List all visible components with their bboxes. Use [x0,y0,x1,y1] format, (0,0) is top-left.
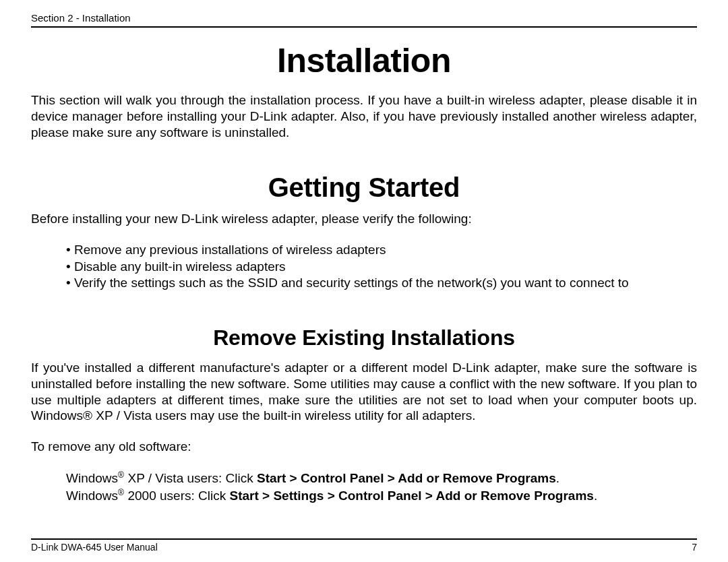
intro-paragraph: This section will walk you through the i… [31,92,697,140]
section-header-text: Section 2 - Installation [31,12,131,24]
bullet-item: • Verify the settings such as the SSID a… [66,275,697,292]
remove-prompt: To remove any old software: [31,439,697,455]
getting-started-intro: Before installing your new D-Link wirele… [31,211,697,227]
section-header: Section 2 - Installation [31,12,697,28]
footer-page-number: 7 [692,542,697,553]
instruction-mid: XP / Vista users: Click [124,471,257,485]
instruction-path: Start > Control Panel > Add or Remove Pr… [257,471,556,485]
registered-symbol: ® [118,488,124,497]
instruction-xp-vista: Windows® XP / Vista users: Click Start >… [66,470,697,487]
bullet-item: • Remove any previous installations of w… [66,242,697,259]
heading-getting-started: Getting Started [31,173,697,203]
heading-remove-existing: Remove Existing Installations [31,325,697,350]
page-footer: D-Link DWA-645 User Manual 7 [31,538,697,553]
instruction-win2000: Windows® 2000 users: Click Start > Setti… [66,487,697,505]
bullet-list: • Remove any previous installations of w… [66,242,697,292]
instruction-mid: 2000 users: Click [124,489,229,503]
remove-paragraph: If you've installed a different manufact… [31,360,697,424]
instruction-suffix: . [594,489,597,503]
instruction-suffix: . [556,471,559,485]
instruction-prefix: Windows [66,471,118,485]
bullet-item: • Disable any built-in wireless adapters [66,259,697,276]
footer-manual-label: D-Link DWA-645 User Manual [31,542,158,553]
instructions-block: Windows® XP / Vista users: Click Start >… [66,470,697,505]
registered-symbol: ® [118,470,124,480]
page-title-installation: Installation [31,41,697,80]
instruction-prefix: Windows [66,489,118,503]
instruction-path: Start > Settings > Control Panel > Add o… [229,489,593,503]
